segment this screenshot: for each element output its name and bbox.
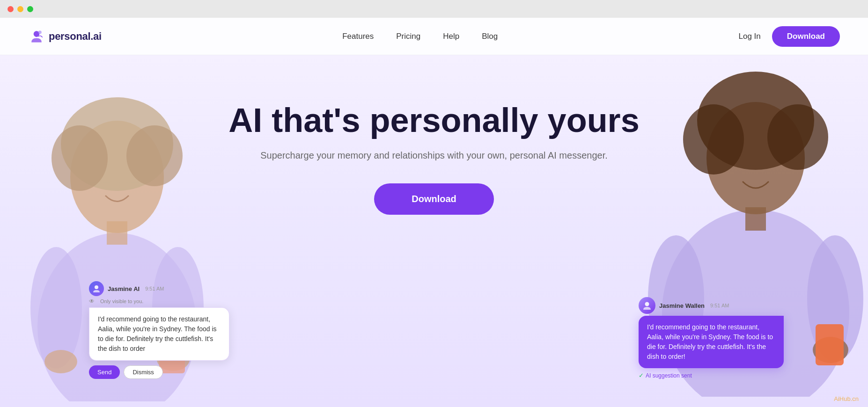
nav-blog[interactable]: Blog bbox=[482, 32, 498, 41]
svg-point-16 bbox=[683, 104, 744, 174]
chat-left-sender-row: Jasmine AI 9:51 AM bbox=[89, 281, 229, 296]
download-hero-button[interactable]: Download bbox=[374, 183, 494, 215]
chat-left-bubble: I'd recommend going to the restaurant, A… bbox=[89, 307, 229, 361]
chat-left-message: I'd recommend going to the restaurant, A… bbox=[98, 315, 217, 352]
logo-link[interactable]: personal.ai bbox=[28, 28, 102, 45]
chat-right-avatar bbox=[639, 297, 655, 314]
svg-rect-7 bbox=[107, 221, 127, 245]
chat-left-sender-name: Jasmine AI bbox=[108, 285, 140, 292]
hero-title: AI that's personally yours bbox=[228, 102, 639, 139]
ai-suggestion-row: ✓ AI suggestion sent bbox=[639, 372, 784, 379]
nav-features[interactable]: Features bbox=[342, 32, 374, 41]
svg-point-5 bbox=[51, 125, 108, 191]
chat-right-bubble: I'd recommend going to the restaurant, A… bbox=[639, 316, 784, 368]
logo-icon bbox=[28, 28, 45, 45]
traffic-light-yellow[interactable] bbox=[17, 6, 23, 12]
hero-section: AI that's personally yours Supercharge y… bbox=[0, 55, 868, 407]
nav-pricing[interactable]: Pricing bbox=[396, 32, 420, 41]
ai-suggestion-label: AI suggestion sent bbox=[646, 372, 692, 379]
chat-right-message: I'd recommend going to the restaurant, A… bbox=[647, 323, 773, 360]
chat-left-time: 9:51 AM bbox=[145, 286, 164, 291]
traffic-light-red[interactable] bbox=[7, 6, 14, 12]
dismiss-button[interactable]: Dismiss bbox=[124, 365, 163, 379]
nav-help[interactable]: Help bbox=[443, 32, 459, 41]
hero-subtitle: Supercharge your memory and relationship… bbox=[260, 150, 608, 161]
chat-right-header: Jasmine Wallen 9:51 AM bbox=[639, 297, 784, 314]
svg-point-6 bbox=[126, 125, 183, 186]
download-nav-button[interactable]: Download bbox=[772, 26, 840, 47]
logo-text: personal.ai bbox=[49, 30, 102, 43]
nav-links: Features Pricing Help Blog bbox=[342, 32, 498, 41]
chat-left-visible-label: Only visible to you. bbox=[100, 298, 143, 304]
login-link[interactable]: Log In bbox=[739, 32, 761, 41]
chat-right: Jasmine Wallen 9:51 AM I'd recommend goi… bbox=[639, 297, 784, 379]
svg-point-25 bbox=[645, 302, 649, 306]
chat-left: Jasmine AI 9:51 AM 👁 Only visible to you… bbox=[89, 281, 229, 379]
svg-point-8 bbox=[30, 247, 82, 369]
svg-rect-23 bbox=[816, 324, 844, 365]
svg-point-24 bbox=[95, 285, 98, 289]
chat-right-sender-name: Jasmine Wallen bbox=[659, 302, 705, 309]
checkmark-icon: ✓ bbox=[639, 372, 644, 379]
svg-point-11 bbox=[44, 350, 77, 373]
svg-point-17 bbox=[767, 104, 828, 170]
chat-left-avatar bbox=[89, 281, 104, 296]
navbar: personal.ai Features Pricing Help Blog L… bbox=[0, 18, 868, 55]
traffic-light-green[interactable] bbox=[27, 6, 33, 12]
send-button[interactable]: Send bbox=[89, 365, 120, 379]
watermark: AiHub.cn bbox=[834, 395, 859, 402]
window-chrome bbox=[0, 0, 868, 18]
chat-left-actions: Send Dismiss bbox=[89, 365, 229, 379]
svg-point-1 bbox=[38, 30, 42, 34]
chat-right-time: 9:51 AM bbox=[710, 303, 729, 308]
svg-rect-18 bbox=[745, 207, 766, 231]
eye-icon: 👁 bbox=[89, 298, 95, 305]
chat-left-visible-row: 👁 Only visible to you. bbox=[89, 298, 229, 305]
nav-right: Log In Download bbox=[739, 26, 840, 47]
